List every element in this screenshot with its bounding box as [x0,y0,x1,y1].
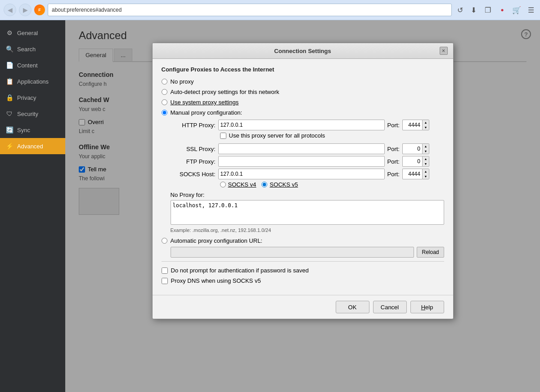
sidebar-item-sync[interactable]: 🔄 Sync [0,122,65,138]
no-proxy-label: No proxy [171,78,194,85]
ftp-port-spinners: ▲ ▼ [422,156,429,167]
dialog-buttons: OK Cancel Help [153,295,453,319]
privacy-icon: 🔒 [5,94,14,101]
cancel-button[interactable]: Cancel [373,301,407,313]
socks-v5-radio[interactable] [261,182,267,187]
proxy-dns-label: Proxy DNS when using SOCKS v5 [171,277,261,284]
forward-button[interactable]: ▶ [19,4,32,16]
sidebar-label-privacy: Privacy [17,94,36,101]
proxy-dns-checkbox-row: Proxy DNS when using SOCKS v5 [162,277,444,284]
manual-proxy-radio-row: Manual proxy configuration: [162,109,444,116]
sidebar-label-general: General [17,30,38,36]
sync-icon: 🔄 [5,126,14,134]
sidebar: ⚙ General 🔍 Search 📄 Content 📋 Applicati… [0,20,65,392]
socks-port-down[interactable]: ▼ [423,174,429,179]
sidebar-label-applications: Applications [17,78,49,85]
socks-host-row: SOCKS Host: Port: ▲ ▼ [171,169,444,179]
system-proxy-label: Use system proxy settings [171,99,239,106]
general-icon: ⚙ [5,29,14,36]
sidebar-item-applications[interactable]: 📋 Applications [0,73,65,89]
no-auth-checkbox[interactable] [162,267,168,274]
ssl-port-down[interactable]: ▼ [423,149,429,154]
dialog-close-button[interactable]: × [440,47,448,55]
ssl-proxy-input[interactable] [218,143,385,154]
main-layout: ⚙ General 🔍 Search 📄 Content 📋 Applicati… [0,20,540,392]
http-port-up[interactable]: ▲ [423,120,429,125]
proxy-section-title: Configure Proxies to Access the Internet [162,66,444,73]
no-auth-label: Do not prompt for authentication if pass… [171,267,309,274]
sidebar-item-advanced[interactable]: ⚡ Advanced [0,138,65,154]
no-proxy-textarea[interactable]: localhost, 127.0.0.1 [171,200,444,225]
sidebar-item-privacy[interactable]: 🔒 Privacy [0,89,65,106]
pocket-icon[interactable]: ● [497,4,508,15]
reload-auto-proxy-button[interactable]: Reload [417,247,444,258]
sidebar-item-content[interactable]: 📄 Content [0,57,65,73]
socks-port-up[interactable]: ▲ [423,169,429,174]
ftp-port-up[interactable]: ▲ [423,156,429,161]
auto-detect-label: Auto-detect proxy settings for this netw… [171,89,279,95]
no-proxy-radio-row: No proxy [162,78,444,85]
auto-proxy-row: Automatic proxy configuration URL: [162,237,444,244]
firefox-logo: F [34,4,45,15]
use-proxy-all-label: Use this proxy server for all protocols [229,132,325,139]
ftp-proxy-input[interactable] [218,156,385,167]
auto-proxy-radio[interactable] [162,238,167,244]
no-proxy-radio[interactable] [162,79,167,85]
proxy-dns-checkbox[interactable] [162,278,168,284]
shopping-icon[interactable]: 🛒 [511,4,522,15]
ssl-proxy-label: SSL Proxy: [171,146,216,152]
download-icon[interactable]: ⬇ [468,4,479,15]
auto-proxy-url-input[interactable] [171,247,414,258]
menu-icon[interactable]: ☰ [526,4,536,15]
sidebar-item-search[interactable]: 🔍 Search [0,41,65,57]
sidebar-item-general[interactable]: ⚙ General [0,25,65,41]
auto-detect-radio[interactable] [162,89,167,95]
sidebar-label-sync: Sync [17,127,30,134]
socks-host-label: SOCKS Host: [171,171,216,178]
socks-port-input[interactable] [402,169,422,179]
search-icon: 🔍 [5,45,14,53]
use-proxy-row: Use this proxy server for all protocols [220,132,444,139]
ftp-port-input[interactable] [402,156,422,167]
ssl-port-up[interactable]: ▲ [423,144,429,149]
http-proxy-input[interactable] [218,120,385,130]
ok-button[interactable]: OK [336,301,369,313]
reload-button[interactable]: ↺ [454,4,465,15]
manual-proxy-label: Manual proxy configuration: [171,109,243,116]
dialog-title: Connection Settings [166,48,440,54]
dialog-titlebar: Connection Settings × [153,43,453,59]
system-proxy-radio[interactable] [162,99,167,105]
ssl-port-input[interactable] [402,143,422,154]
system-proxy-radio-row: Use system proxy settings [162,99,444,106]
sidebar-item-security[interactable]: 🛡 Security [0,106,65,122]
ftp-port-down[interactable]: ▼ [423,161,429,166]
use-proxy-all-checkbox[interactable] [220,133,226,139]
http-proxy-row: HTTP Proxy: Port: ▲ ▼ [171,120,444,130]
sidebar-label-advanced: Advanced [17,143,43,150]
ssl-port-spinners: ▲ ▼ [422,143,429,154]
window-icon[interactable]: ❐ [482,4,493,15]
no-proxy-section: No Proxy for: localhost, 127.0.0.1 Examp… [171,192,444,233]
content-icon: 📄 [5,62,14,69]
ssl-port-wrap: ▲ ▼ [402,143,429,154]
address-bar[interactable]: about:preferences#advanced [48,4,452,16]
security-icon: 🛡 [5,110,14,117]
http-port-input[interactable] [402,120,422,130]
ftp-proxy-row: FTP Proxy: Port: ▲ ▼ [171,156,444,167]
ssl-port-label: Port: [387,146,400,152]
help-button[interactable]: Help [410,301,444,313]
content-area: Advanced ? General ... Connection Config… [65,20,540,392]
dialog-checkbox-section: Do not prompt for authentication if pass… [162,261,444,284]
socks-v4-radio[interactable] [220,182,226,187]
manual-proxy-radio[interactable] [162,110,167,116]
socks-version-row: SOCKS v4 SOCKS v5 [220,181,444,188]
no-auth-checkbox-row: Do not prompt for authentication if pass… [162,267,444,274]
http-port-down[interactable]: ▼ [423,125,429,130]
ftp-port-label: Port: [387,158,400,165]
socks-host-input[interactable] [218,169,385,179]
connection-settings-dialog: Connection Settings × Configure Proxies … [152,43,454,319]
dialog-body: Configure Proxies to Access the Internet… [153,59,453,295]
http-proxy-label: HTTP Proxy: [171,122,216,129]
back-button[interactable]: ◀ [4,4,16,16]
http-port-spinners: ▲ ▼ [422,120,429,130]
